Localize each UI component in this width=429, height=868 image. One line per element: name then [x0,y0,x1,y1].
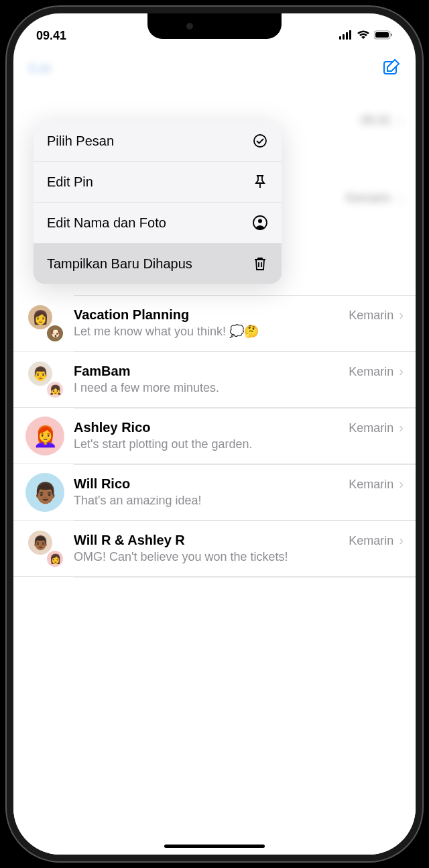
status-time: 09.41 [36,29,66,43]
conversation-name: FamBam [74,364,130,379]
menu-item-edit-name-photo[interactable]: Edit Nama dan Foto [34,203,282,243]
conversation-peek-time-2: Kemarin › [346,191,404,206]
conversation-row[interactable]: 👨🏾 Will Rico Kemarin› That's an amazing … [13,465,416,521]
svg-rect-0 [339,36,341,40]
volume-up-button [7,228,8,282]
conversation-list[interactable]: 👩 🐶 Vacation Planning Kemarin› Let me kn… [13,295,416,578]
conversation-preview: OMG! Can't believe you won the tickets! [74,549,404,565]
check-circle-icon [252,133,268,149]
chevron-right-icon: › [399,420,404,435]
conversation-row[interactable]: 👩 🐶 Vacation Planning Kemarin› Let me kn… [13,296,416,351]
conversation-row[interactable]: 👨🏾 👩 Will R & Ashley R Kemarin› OMG! Can… [13,521,416,577]
menu-item-select-messages[interactable]: Pilih Pesan [34,121,282,162]
group-avatar: 👩 🐶 [25,304,64,343]
menu-label: Pilih Pesan [47,133,114,149]
svg-rect-5 [375,32,389,38]
conversation-name: Will R & Ashley R [74,533,185,548]
conversation-name: Vacation Planning [74,307,189,323]
group-avatar: 👨 👧 [25,360,64,399]
iphone-frame: 09.41 Edit 09.41 › [7,7,422,861]
edit-menu: Pilih Pesan Edit Pin Edit Nama dan Foto … [34,121,282,284]
chevron-right-icon: › [399,191,404,206]
conversation-time: Kemarin [349,478,393,491]
conversation-preview: I need a few more minutes. [74,380,404,396]
conversation-peek-time-1: 09.41 › [361,113,404,128]
chevron-right-icon: › [399,533,404,547]
chevron-right-icon: › [399,307,404,322]
conversation-time: Kemarin [349,309,393,322]
notch [147,13,282,39]
avatar: 👨🏾 [25,473,64,512]
conversation-row[interactable]: 👩‍🦰 Ashley Rico Kemarin› Let's start plo… [13,409,416,464]
conversation-preview: Let me know what you think! 💭🤔 [74,324,404,339]
conversation-time: Kemarin [349,534,393,547]
chevron-right-icon: › [399,476,404,491]
person-circle-icon [252,215,268,231]
chevron-right-icon: › [399,113,404,128]
chevron-right-icon: › [399,364,404,378]
conversation-time: Kemarin [349,421,393,435]
silent-switch [7,174,8,201]
svg-rect-6 [391,34,392,36]
conversation-preview: Let's start plotting out the garden. [74,437,404,452]
menu-label: Edit Pin [47,174,93,190]
pin-icon [252,174,268,190]
group-avatar: 👨🏾 👩 [25,529,64,568]
menu-label: Tampilkan Baru Dihapus [47,256,192,272]
conversation-name: Ashley Rico [74,420,150,435]
trash-icon [252,256,268,272]
menu-item-edit-pins[interactable]: Edit Pin [34,162,282,203]
conversation-preview: That's an amazing idea! [74,493,404,508]
menu-label: Edit Nama dan Foto [47,215,166,231]
nav-bar: Edit [13,50,416,87]
home-indicator[interactable] [164,845,265,848]
svg-point-10 [258,219,262,223]
conversation-time: Kemarin [349,365,393,378]
menu-item-show-recently-deleted[interactable]: Tampilkan Baru Dihapus [34,243,282,284]
svg-rect-3 [349,30,351,40]
compose-button[interactable] [382,58,401,79]
screen: 09.41 Edit 09.41 › [13,13,416,855]
edit-button[interactable]: Edit [28,61,51,76]
cellular-icon [339,29,353,43]
avatar: 👩‍🦰 [25,417,64,455]
conversation-row[interactable]: 👨 👧 FamBam Kemarin› I need a few more mi… [13,352,416,408]
battery-icon [374,29,393,43]
svg-point-8 [254,135,266,147]
conversation-name: Will Rico [74,476,130,492]
svg-rect-1 [343,34,345,40]
svg-rect-2 [346,32,348,40]
volume-down-button [7,295,8,349]
power-button [421,248,422,329]
wifi-icon [357,29,370,43]
